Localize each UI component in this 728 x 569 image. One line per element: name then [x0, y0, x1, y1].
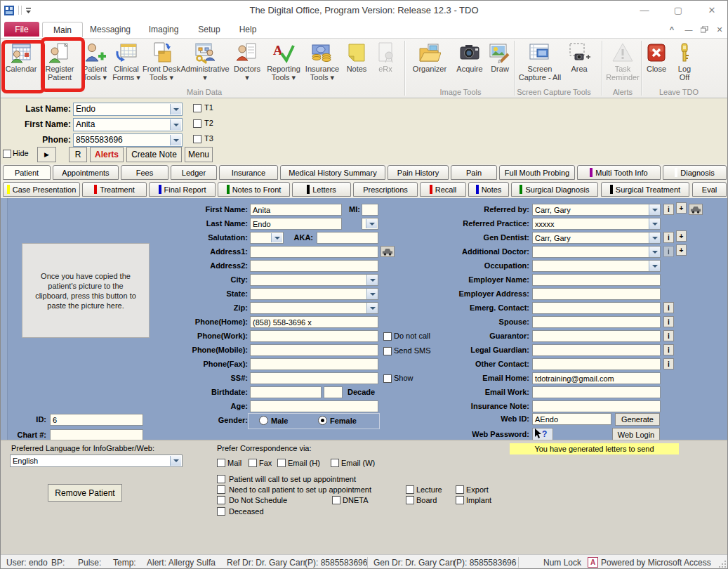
first-name-field[interactable]: Anita: [250, 204, 342, 216]
tab-surgical-diagnosis[interactable]: Surgical Diagnosis: [511, 182, 598, 197]
ribbon-notes-button[interactable]: Notes: [343, 40, 370, 89]
emerg-contact-field[interactable]: [532, 302, 661, 314]
referred-by-map-button[interactable]: [689, 204, 703, 215]
first-name-search-combo[interactable]: Anita: [73, 118, 183, 131]
hide-checkbox[interactable]: [3, 150, 11, 158]
tab-medical-history-summary[interactable]: Medical History Summary: [280, 165, 385, 180]
remove-patient-button[interactable]: Remove Patient: [48, 484, 122, 502]
tab-fees[interactable]: Fees: [121, 165, 168, 180]
phone-fax-field[interactable]: [250, 358, 378, 370]
record-selector-bar[interactable]: [1, 198, 8, 440]
aka-field[interactable]: [317, 232, 378, 244]
ribbon-doctors-button[interactable]: Doctors▾: [231, 40, 263, 89]
child-minimize-icon[interactable]: —: [683, 25, 694, 34]
last-name-field[interactable]: Endo: [250, 218, 342, 230]
implant-checkbox[interactable]: [456, 496, 464, 504]
mail-checkbox[interactable]: [217, 459, 225, 467]
email-h-checkbox[interactable]: [277, 459, 286, 467]
dropdown-arrow-icon[interactable]: [366, 219, 377, 228]
child-close-icon[interactable]: ✕: [714, 25, 725, 34]
tab-pain[interactable]: Pain: [451, 165, 497, 180]
phone-home-field[interactable]: (858) 558-3696 x: [250, 316, 378, 328]
generate-button[interactable]: Generate: [615, 413, 660, 426]
dropdown-arrow-icon[interactable]: [649, 261, 660, 271]
additional-doctor-combo[interactable]: [532, 246, 661, 258]
ribbon-area-button[interactable]: Area: [564, 40, 594, 89]
export-checkbox[interactable]: [456, 485, 464, 494]
lecture-checkbox[interactable]: [406, 485, 414, 494]
ribbon-administrative-button[interactable]: Administrative▾: [180, 40, 230, 89]
phone-work-field[interactable]: [250, 330, 378, 342]
age-field[interactable]: [250, 400, 378, 412]
ribbon-screen-capture-all-button[interactable]: ScreenCapture - All: [517, 40, 563, 89]
tab-letters[interactable]: Letters: [292, 182, 351, 197]
expand-button[interactable]: ▶: [37, 147, 56, 162]
close-button[interactable]: ✕: [701, 4, 722, 16]
dropdown-arrow-icon[interactable]: [649, 247, 660, 257]
tab-patient[interactable]: Patient: [3, 165, 51, 180]
dropdown-arrow-icon[interactable]: [366, 289, 378, 299]
menu-button[interactable]: Menu: [185, 147, 213, 162]
dropdown-arrow-icon[interactable]: [649, 204, 660, 215]
send-sms-checkbox[interactable]: [383, 347, 392, 355]
emerg-contact-info-button[interactable]: i: [663, 302, 674, 313]
dropdown-arrow-icon[interactable]: [366, 275, 378, 285]
minimize-button[interactable]: —: [634, 4, 655, 16]
ribbon-log-off-button[interactable]: LogOff: [671, 40, 698, 89]
tab-setup[interactable]: Setup: [191, 22, 227, 37]
fax-checkbox[interactable]: [249, 459, 257, 467]
tab-eval[interactable]: Eval: [692, 182, 727, 197]
tab-messaging[interactable]: Messaging: [84, 22, 136, 37]
ribbon-insurance-tools-button[interactable]: InsuranceTools ▾: [303, 40, 342, 89]
tab-final-report[interactable]: Final Report: [149, 182, 216, 197]
spouse-field[interactable]: [532, 316, 661, 328]
alerts-button[interactable]: Alerts: [90, 147, 124, 162]
maximize-button[interactable]: ▢: [668, 4, 689, 16]
decade-field[interactable]: [324, 386, 343, 398]
tab-main[interactable]: Main: [42, 22, 83, 37]
employer-name-field[interactable]: [532, 274, 661, 286]
dropdown-arrow-icon[interactable]: [170, 119, 181, 130]
additional-doctor-add-button[interactable]: +: [676, 244, 687, 256]
language-combo[interactable]: English: [10, 454, 183, 467]
suffix-combo[interactable]: [362, 218, 378, 230]
tab-prescriptions[interactable]: Prescriptions: [353, 182, 418, 197]
tab-multi-tooth-info[interactable]: Multi Tooth Info: [577, 165, 661, 180]
mi-field[interactable]: [362, 204, 378, 216]
tab-diagnosis[interactable]: Diagnosis: [663, 165, 727, 180]
gen-dentist-combo[interactable]: Carr, Gary: [532, 232, 661, 244]
ribbon-close-button[interactable]: Close: [643, 40, 670, 89]
other-contact-info-button[interactable]: i: [663, 358, 674, 369]
tab-treatment[interactable]: Treatment: [82, 182, 147, 197]
gen-dentist-add-button[interactable]: +: [676, 230, 687, 242]
email-work-field[interactable]: [532, 386, 661, 398]
tab-case-presentation[interactable]: Case Presentation: [3, 182, 80, 197]
last-name-search-combo[interactable]: Endo: [73, 103, 183, 116]
tab-pain-history[interactable]: Pain History: [388, 165, 449, 180]
id-field[interactable]: 6: [50, 414, 143, 426]
guarantor-field[interactable]: [532, 330, 661, 342]
ribbon-draw-button[interactable]: Draw: [487, 40, 513, 89]
dropdown-arrow-icon[interactable]: [366, 303, 378, 313]
need-to-call-checkbox[interactable]: [217, 485, 225, 494]
dropdown-arrow-icon[interactable]: [170, 456, 181, 466]
tab-recall[interactable]: Recall: [420, 182, 466, 197]
email-home-field[interactable]: tdotraining@gmail.com: [532, 372, 661, 384]
ribbon-acquire-button[interactable]: Acquire: [453, 40, 487, 89]
phone-search-combo[interactable]: 8585583696: [73, 133, 183, 147]
address2-field[interactable]: [250, 260, 378, 272]
t2-checkbox[interactable]: [193, 119, 201, 128]
state-combo[interactable]: [250, 288, 378, 300]
collapse-ribbon-icon[interactable]: ^: [666, 25, 677, 34]
birthdate-field[interactable]: [250, 386, 322, 398]
do-not-schedule-checkbox[interactable]: [217, 496, 225, 504]
legal-guardian-field[interactable]: [532, 344, 661, 356]
dneta-checkbox[interactable]: [332, 496, 340, 504]
deceased-checkbox[interactable]: [217, 507, 225, 516]
referred-by-info-button[interactable]: i: [663, 204, 674, 215]
ribbon-organizer-button[interactable]: Organizer: [408, 40, 451, 89]
dropdown-arrow-icon[interactable]: [170, 104, 181, 115]
patient-will-call-checkbox[interactable]: [217, 475, 225, 483]
patient-picture-placeholder[interactable]: Once you have copied the patient's pictu…: [22, 243, 150, 338]
dropdown-arrow-icon[interactable]: [170, 135, 181, 145]
